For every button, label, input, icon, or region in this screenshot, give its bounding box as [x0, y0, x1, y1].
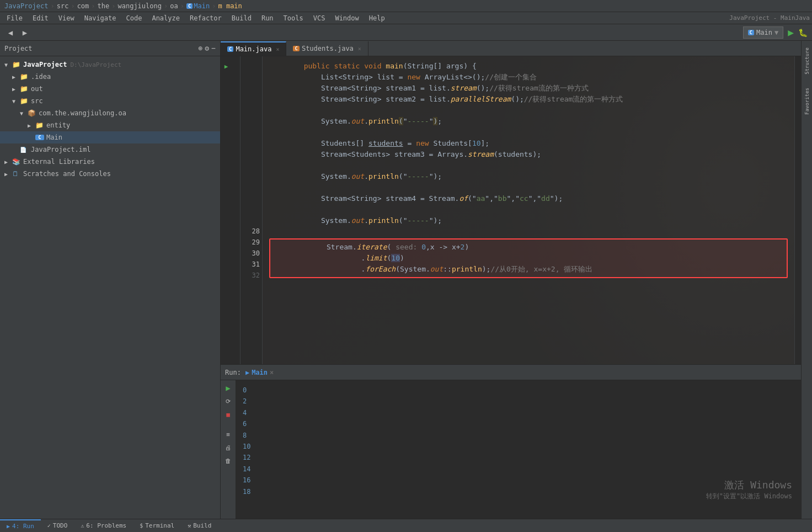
file-tree: ▼ 📁 JavaProject D:\JavaProject ▶ 📁 .idea…	[0, 56, 220, 519]
breadcrumb-oa[interactable]: oa	[170, 2, 178, 10]
code-line-limit: .limit(10)	[275, 253, 782, 264]
code-line-32	[269, 279, 788, 290]
terminal-icon: $	[140, 523, 143, 529]
bottom-tab-terminal[interactable]: $ Terminal	[133, 519, 181, 533]
menu-build[interactable]: Build	[227, 12, 256, 24]
sidebar-label-out: out	[31, 85, 43, 93]
run-label: Run:	[225, 369, 241, 376]
output-8: 8	[243, 430, 794, 441]
output-0: 0	[243, 385, 794, 396]
run-stop-btn[interactable]: ■	[223, 409, 234, 420]
breadcrumb-project[interactable]: JavaProject	[4, 2, 48, 10]
sidebar-item-scratches[interactable]: ▶ 🗒 Scratches and Consoles	[0, 168, 220, 180]
debug-button[interactable]: 🐛	[798, 28, 808, 37]
menu-run[interactable]: Run	[257, 12, 278, 24]
bottom-tab-build[interactable]: ⚒ Build	[181, 519, 218, 533]
iml-icon: 📄	[20, 147, 29, 153]
code-line-students: Students[] students = new Students[10];	[269, 138, 788, 149]
menu-vcs[interactable]: VCS	[309, 12, 330, 24]
arrow-right-icon-entity: ▶	[28, 123, 35, 129]
bottom-tab-run[interactable]: ▶ 4: Run	[0, 519, 41, 533]
breadcrumb-class[interactable]: C Main	[186, 2, 210, 10]
arrow-down-icon: ▼	[4, 62, 12, 68]
tree-item-project[interactable]: ▼ 📁 JavaProject D:\JavaProject	[0, 58, 220, 71]
bc-sep-7: ›	[212, 2, 216, 10]
sidebar-item-src[interactable]: ▼ 📁 src	[0, 95, 220, 107]
sidebar-collapse-btn[interactable]: −	[211, 44, 216, 52]
tab-close-students[interactable]: ×	[358, 46, 361, 52]
forward-btn[interactable]: ▶	[19, 26, 31, 39]
right-scroll-gutter[interactable]	[794, 56, 801, 364]
run-scroll-up-btn[interactable]: ≡	[223, 429, 234, 440]
bc-sep-6: ›	[180, 2, 184, 10]
sidebar-item-idea[interactable]: ▶ 📁 .idea	[0, 71, 220, 83]
arrow-down-icon-src: ▼	[12, 98, 20, 104]
code-line-empty2	[269, 127, 788, 138]
run-clear-btn[interactable]: 🗑	[223, 455, 234, 466]
output-14: 14	[243, 464, 794, 475]
menu-help[interactable]: Help	[365, 12, 389, 24]
package-icon: 📦	[28, 109, 36, 117]
gutter-arrows: ▶	[221, 56, 232, 364]
sidebar-add-btn[interactable]: ⊕	[199, 44, 203, 52]
menu-refactor[interactable]: Refactor	[185, 12, 226, 24]
back-btn[interactable]: ◀	[4, 26, 17, 39]
tab-java-icon-students: C	[293, 46, 299, 51]
sidebar-item-package[interactable]: ▼ 📦 com.the.wangjiulong.oa	[0, 107, 220, 119]
run-tab-close[interactable]: ×	[270, 369, 274, 376]
menu-analyze[interactable]: Analyze	[147, 12, 184, 24]
tab-main-java[interactable]: C Main.java ×	[221, 41, 286, 56]
code-line-stream1: Stream<String> stream1 = list.stream();/…	[269, 83, 788, 94]
breadcrumb-the[interactable]: the	[98, 2, 110, 10]
menu-navigate[interactable]: Navigate	[80, 12, 121, 24]
run-config-selector[interactable]: C Main ▼	[743, 26, 784, 39]
sidebar-item-entity[interactable]: ▶ 📁 entity	[0, 119, 220, 131]
sidebar-label-scratches: Scratches and Consoles	[23, 170, 111, 178]
bottom-tab-todo[interactable]: ✓ TODO	[41, 519, 74, 533]
sidebar-item-extlibs[interactable]: ▶ 📚 External Libraries	[0, 156, 220, 168]
menu-edit[interactable]: Edit	[28, 12, 53, 24]
favorites-tab[interactable]: Favorites	[803, 83, 811, 119]
sidebar-label-entity: entity	[46, 121, 70, 129]
editor-content: ▶	[221, 56, 801, 364]
output-16: 16	[243, 475, 794, 486]
dropdown-icon: ▼	[774, 29, 778, 36]
menu-bar: File Edit View Navigate Code Analyze Ref…	[0, 12, 812, 24]
bottom-tab-problems[interactable]: ⚠ 6: Problems	[74, 519, 133, 533]
code-line-empty1	[269, 105, 788, 116]
bc-sep-1: ›	[50, 2, 54, 10]
run-print-btn[interactable]: 🖨	[223, 442, 234, 453]
code-editor[interactable]: public static void main(String[] args) {…	[263, 56, 794, 364]
tab-label-main: Main.java	[236, 45, 271, 53]
run-rerun-btn[interactable]: ⟳	[223, 396, 234, 407]
sidebar-settings-btn[interactable]: ⚙	[205, 44, 209, 52]
project-path: D:\JavaProject	[70, 61, 121, 68]
build-label: Build	[193, 522, 211, 529]
run-panel-header: Run: ▶ Main ×	[221, 365, 801, 380]
breadcrumb-src[interactable]: src	[57, 2, 69, 10]
run-play-btn[interactable]: ▶	[223, 382, 234, 393]
breadcrumb-wangjiulong[interactable]: wangjiulong	[117, 2, 161, 10]
code-line-foreach: .forEach(System.out::println);//从0开始, x=…	[275, 264, 782, 275]
menu-window[interactable]: Window	[330, 12, 363, 24]
output-2: 2	[243, 396, 794, 407]
structure-tab[interactable]: Structure	[803, 43, 811, 79]
run-panel: Run: ▶ Main × ▶ ⟳ ■ ≡ 🖨 🗑	[221, 364, 801, 519]
sidebar-item-out[interactable]: ▶ 📁 out	[0, 83, 220, 95]
arrow-right-icon: ▶	[12, 74, 20, 80]
bc-sep-5: ›	[164, 2, 168, 10]
run-button[interactable]: ▶	[788, 26, 794, 38]
sidebar-item-iml[interactable]: 📄 JavaProject.iml	[0, 143, 220, 156]
menu-tools[interactable]: Tools	[279, 12, 308, 24]
menu-view[interactable]: View	[54, 12, 79, 24]
tab-close-main[interactable]: ×	[276, 46, 279, 52]
run-tab[interactable]: ▶ Main ×	[245, 369, 274, 376]
run-indicator[interactable]: ▶	[221, 61, 232, 72]
menu-file[interactable]: File	[2, 12, 27, 24]
breadcrumb-com[interactable]: com	[77, 2, 89, 10]
menu-code[interactable]: Code	[122, 12, 147, 24]
tab-students-java[interactable]: C Students.java ×	[286, 41, 368, 56]
sidebar-item-main-java[interactable]: C Main	[0, 131, 220, 143]
output-6: 6	[243, 418, 794, 429]
breadcrumb-method[interactable]: m main	[218, 2, 242, 10]
